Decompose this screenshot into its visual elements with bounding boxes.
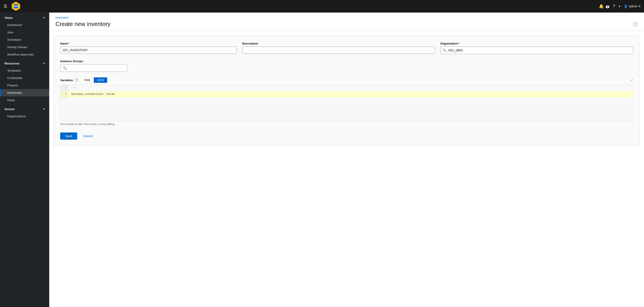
variables-header: Variables ? YAML JSON ⤢ xyxy=(60,77,633,83)
instance-groups-input[interactable] xyxy=(69,65,127,72)
sidebar-item-jobs[interactable]: Jobs xyxy=(0,29,49,36)
expand-editor-icon[interactable]: ⤢ xyxy=(630,78,633,82)
access-section-label: Access xyxy=(4,108,15,111)
variables-label: Variables xyxy=(60,78,73,82)
variables-help-icon[interactable]: ? xyxy=(75,78,78,82)
page-title: Create new inventory xyxy=(56,20,110,28)
variables-format-toggle: YAML JSON xyxy=(80,77,108,83)
sidebar-item-workflow-approvals[interactable]: Workflow Approvals xyxy=(0,51,49,58)
create-inventory-form: Name* Description Organization* 🔍 xyxy=(54,35,640,146)
name-label: Name* xyxy=(60,42,237,45)
bell-icon: 🔔 xyxy=(599,4,604,8)
form-row-1: Name* Description Organization* 🔍 xyxy=(60,42,633,54)
name-required: * xyxy=(68,42,70,45)
main-content: Inventories Create new inventory 🕐 Name*… xyxy=(49,12,644,307)
code-content-1: --- xyxy=(68,85,79,91)
cancel-button[interactable]: Cancel xyxy=(80,132,96,140)
resources-section-label: Resources xyxy=(4,62,19,65)
description-label: Description xyxy=(242,42,435,45)
user-icon: 👤 xyxy=(624,4,628,8)
sidebar: Views ▾ Dashboard Jobs Schedules Activit… xyxy=(0,12,49,307)
sidebar-item-credentials[interactable]: Credentials xyxy=(0,74,49,82)
page-title-row: Create new inventory 🕐 xyxy=(56,20,638,31)
awx-logo-icon: AWX xyxy=(11,1,21,12)
yaml-toggle-button[interactable]: YAML xyxy=(80,78,94,83)
code-content-2: ansible_connection: local xyxy=(68,91,118,98)
help-button[interactable]: ? xyxy=(613,4,615,9)
top-navigation: ☰ AWX 🔔 0 ? ▾ 👤 admin ▾ xyxy=(0,0,644,12)
form-actions: Save Cancel xyxy=(60,132,633,140)
breadcrumb[interactable]: Inventories xyxy=(56,16,638,19)
code-line-1: 1 --- xyxy=(60,85,633,91)
views-chevron-icon: ▾ xyxy=(44,16,45,19)
resources-section-header[interactable]: Resources ▾ xyxy=(0,58,49,67)
views-section-header[interactable]: Views ▾ xyxy=(0,12,49,21)
organization-input-wrap: 🔍 xyxy=(440,46,633,54)
code-editor-empty-space xyxy=(60,98,633,120)
line-number-1: 1 xyxy=(60,85,68,91)
description-input[interactable] xyxy=(242,46,435,54)
svg-text:AWX: AWX xyxy=(14,5,18,8)
sidebar-item-activity-stream[interactable]: Activity Stream xyxy=(0,44,49,51)
history-icon[interactable]: 🕐 xyxy=(633,22,638,27)
instance-groups-field: Instance Groups 🔍 xyxy=(60,60,633,72)
sidebar-item-templates[interactable]: Templates xyxy=(0,67,49,74)
editor-hint: Press Enter to edit. Press ESC to stop e… xyxy=(60,121,633,127)
sidebar-item-projects[interactable]: Projects xyxy=(0,82,49,89)
access-chevron-icon: ▾ xyxy=(44,108,45,110)
code-line-2: 2 ansible_connection: local xyxy=(60,91,633,98)
hamburger-menu-icon[interactable]: ☰ xyxy=(4,4,7,9)
organization-field: Organization* 🔍 xyxy=(440,42,633,54)
username-label: admin xyxy=(629,4,638,8)
variables-label-group: Variables ? YAML JSON xyxy=(60,77,108,83)
json-toggle-button[interactable]: JSON xyxy=(94,78,107,83)
organization-search-icon[interactable]: 🔍 xyxy=(440,47,448,54)
instance-groups-label: Instance Groups xyxy=(60,60,633,63)
form-row-2: Instance Groups 🔍 xyxy=(60,60,633,72)
save-button[interactable]: Save xyxy=(60,132,77,140)
resources-chevron-icon: ▾ xyxy=(44,62,45,65)
help-dropdown-icon[interactable]: ▾ xyxy=(619,4,620,8)
instance-groups-input-wrap: 🔍 xyxy=(60,64,127,72)
sidebar-item-schedules[interactable]: Schedules xyxy=(0,36,49,44)
page-header: Inventories Create new inventory 🕐 xyxy=(49,12,644,31)
sidebar-item-organizations[interactable]: Organizations xyxy=(0,112,49,120)
notifications-button[interactable]: 🔔 0 xyxy=(599,4,609,9)
notification-badge: 0 xyxy=(606,5,609,8)
variables-section: Variables ? YAML JSON ⤢ 1 --- 2 ansible_… xyxy=(60,77,633,127)
description-field: Description xyxy=(242,42,435,54)
line-number-2: 2 xyxy=(60,91,68,98)
instance-groups-search-icon[interactable]: 🔍 xyxy=(60,64,69,72)
sidebar-item-dashboard[interactable]: Dashboard xyxy=(0,21,49,29)
user-dropdown-icon: ▾ xyxy=(639,4,640,8)
app-logo: AWX xyxy=(11,1,21,12)
access-section-header[interactable]: Access ▾ xyxy=(0,104,49,112)
views-section-label: Views xyxy=(4,16,13,20)
topnav-right-section: 🔔 0 ? ▾ 👤 admin ▾ xyxy=(599,4,640,9)
variables-editor[interactable]: 1 --- 2 ansible_connection: local xyxy=(60,85,633,120)
name-field: Name* xyxy=(60,42,237,54)
sidebar-item-hosts[interactable]: Hosts xyxy=(0,96,49,104)
organization-label: Organization* xyxy=(440,42,633,45)
name-input[interactable] xyxy=(60,46,237,54)
organization-input[interactable] xyxy=(448,47,630,54)
sidebar-item-inventories[interactable]: Inventories xyxy=(0,89,49,96)
user-menu-button[interactable]: 👤 admin ▾ xyxy=(624,4,640,8)
